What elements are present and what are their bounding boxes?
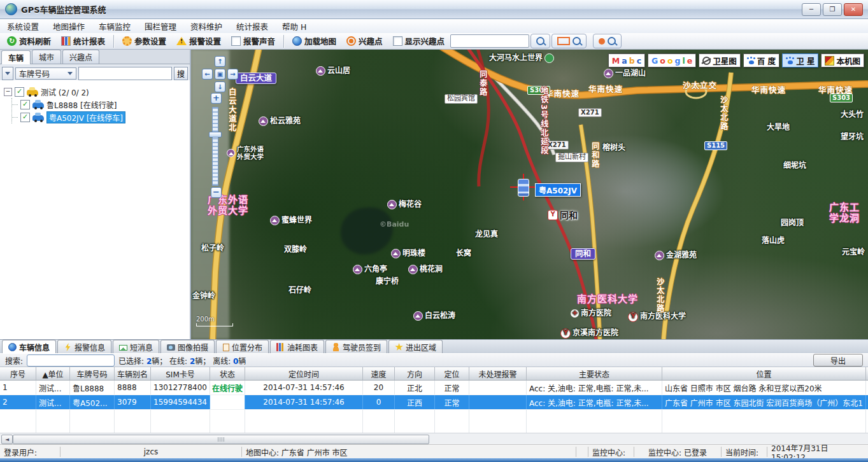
map-provider-button[interactable]: 卫星图 xyxy=(699,53,741,67)
map-label: 一品湖山 xyxy=(604,69,646,78)
pan-up-button[interactable]: ↑ xyxy=(215,56,225,67)
pan-left-button[interactable]: ← xyxy=(202,69,213,80)
table-row[interactable]: 2测试...粤A502...307915994594434在线停车2014-07… xyxy=(0,395,868,410)
alarm-sound-checkbox[interactable] xyxy=(231,36,241,46)
tree-vehicle-row[interactable]: ✓粤A502JV [在线停车] xyxy=(12,111,186,123)
map-center-status: 地图中心: 广东省 广州市 市区 xyxy=(242,447,576,456)
warning-icon xyxy=(176,37,187,45)
menu-item[interactable]: 地图操作 xyxy=(46,19,92,33)
poi-icon xyxy=(270,216,280,225)
minimize-button[interactable]: ─ xyxy=(802,3,821,16)
pan-down-button[interactable]: ↓ xyxy=(215,81,225,92)
bottom-tab[interactable]: 进出区域 xyxy=(388,340,443,354)
left-tab[interactable]: 兴趣点 xyxy=(62,50,99,64)
zoom-slider-handle[interactable] xyxy=(209,132,222,137)
load-map-button[interactable]: 加载地图 xyxy=(288,34,341,48)
map-provider-button[interactable]: 百 度 xyxy=(743,53,779,67)
export-button[interactable]: 导出 xyxy=(813,354,863,367)
menu-item[interactable]: 帮助 H xyxy=(275,19,313,33)
table-cell: 正常 xyxy=(435,381,469,395)
poi-button[interactable]: 兴趣点 xyxy=(342,34,387,48)
horizontal-scrollbar[interactable]: ◄ xyxy=(0,433,868,445)
column-header[interactable]: 车辆别名 xyxy=(115,367,151,380)
column-header[interactable]: SIM卡号 xyxy=(151,367,210,380)
close-button[interactable]: ✕ xyxy=(844,3,863,16)
table-cell: 测试... xyxy=(36,381,70,395)
map-provider-button[interactable]: Mabc xyxy=(608,53,645,67)
map-provider-button[interactable]: 本机图 xyxy=(821,53,864,67)
zoom-out-button[interactable]: − xyxy=(211,187,222,198)
scrollbar-thumb[interactable] xyxy=(13,435,429,444)
params-button[interactable]: 参数设置 xyxy=(118,34,171,48)
column-header[interactable]: ▲单位 xyxy=(36,367,70,380)
show-poi-checkbox[interactable] xyxy=(393,36,402,46)
map-provider-button[interactable]: 卫 星 xyxy=(782,53,818,67)
column-header[interactable]: 车牌号码 xyxy=(70,367,115,380)
table-search-input[interactable] xyxy=(27,354,115,367)
vehicle-label: 鲁L8888 [在线行驶] xyxy=(46,99,117,110)
column-header[interactable]: 定位时间 xyxy=(245,367,363,380)
column-header[interactable]: 速度 xyxy=(363,367,395,380)
left-tab[interactable]: 城市 xyxy=(32,50,61,64)
area-search-button[interactable] xyxy=(551,34,587,48)
search-button[interactable] xyxy=(530,34,550,48)
pan-home-button[interactable]: ▣ xyxy=(215,69,225,80)
vehicle-marker[interactable] xyxy=(517,178,530,197)
alarm-settings-button[interactable]: 报警设置 xyxy=(172,34,225,48)
map-provider-button[interactable]: Google xyxy=(648,53,696,67)
menu-item[interactable]: 车辆监控 xyxy=(92,19,138,33)
doc-icon xyxy=(223,344,229,351)
table-cell: 8888 xyxy=(115,381,151,395)
zoom-in-button[interactable]: + xyxy=(211,93,222,104)
report-button[interactable]: 统计报表 xyxy=(57,34,110,48)
refresh-button[interactable]: ↻ 资料刷新 xyxy=(3,34,55,48)
tree-vehicle-row[interactable]: ✓鲁L8888 [在线行驶] xyxy=(12,98,186,111)
refresh-label: 资料刷新 xyxy=(19,35,51,47)
column-header[interactable]: 状态 xyxy=(210,367,245,380)
map-canvas[interactable]: 白云大道白云大道北云山居大河马水上世界松园宾馆松云雅苑广东外语 外贸大学广东外语… xyxy=(191,50,868,339)
toolbar: ↻ 资料刷新 统计报表 参数设置 报警设置 报警声音 加载地图 兴趣点 显示兴趣… xyxy=(0,33,868,50)
maximize-button[interactable]: ❐ xyxy=(823,3,842,16)
toolbar-search-input[interactable] xyxy=(450,34,529,48)
tree-root-row[interactable]: −✓测试 (2/ 0/ 2) xyxy=(4,85,186,98)
bottom-tab[interactable]: 位置分布 xyxy=(216,340,269,354)
map-label: Y京溪南方医院 xyxy=(560,328,618,339)
magnifier-icon xyxy=(608,37,616,45)
bottom-tab[interactable]: 短消息 xyxy=(113,340,159,354)
bottom-tab[interactable]: 油耗图表 xyxy=(270,340,324,354)
scroll-left-button[interactable]: ◄ xyxy=(1,435,13,444)
menu-item[interactable]: 围栏管理 xyxy=(138,19,183,33)
column-header[interactable]: 方向 xyxy=(395,367,435,380)
poi-search-button[interactable] xyxy=(593,34,622,48)
plate-search-input[interactable] xyxy=(78,67,172,80)
menu-item[interactable]: 系统设置 xyxy=(0,19,46,33)
column-header[interactable]: 主要状态 xyxy=(527,367,662,380)
alarm-sound-toggle[interactable]: 报警声音 xyxy=(227,34,280,48)
map-label: 石仔岭 xyxy=(288,286,311,295)
camera-icon xyxy=(167,344,175,351)
zoom-slider[interactable] xyxy=(212,107,218,186)
menu-item[interactable]: 资料维护 xyxy=(183,19,229,33)
pan-right-button[interactable]: → xyxy=(227,69,238,80)
bottom-tab[interactable]: 报警信息 xyxy=(57,340,111,354)
left-tab[interactable]: 车辆 xyxy=(1,50,31,64)
map-label: 松云雅苑 xyxy=(259,116,301,126)
show-poi-toggle[interactable]: 显示兴趣点 xyxy=(388,34,450,48)
column-header[interactable]: 未处理报警 xyxy=(469,367,527,380)
column-header[interactable]: 位置 xyxy=(662,367,866,380)
table-cell: 在线停车 xyxy=(210,395,245,409)
menu-item[interactable]: 统计报表 xyxy=(229,19,275,33)
column-header[interactable]: 序号 xyxy=(0,367,36,380)
table-row[interactable]: 1测试...鲁L8888888813012778400在线行驶2014-07-3… xyxy=(0,381,868,395)
bottom-tab[interactable]: 车辆信息 xyxy=(2,340,56,354)
column-header[interactable]: 定位 xyxy=(435,367,469,380)
bottom-tab[interactable]: 驾驶员签到 xyxy=(325,340,387,354)
bottom-tab[interactable]: 图像拍摄 xyxy=(160,340,215,354)
filter-dropdown-button[interactable] xyxy=(2,67,13,80)
plate-search-button[interactable]: 搜 xyxy=(174,67,188,80)
bottom-tab-strip: 车辆信息报警信息短消息图像拍摄位置分布油耗图表驾驶员签到进出区域 xyxy=(0,339,868,354)
vehicle-plate-label: 粤A502JV xyxy=(535,183,581,197)
login-user: jzcs xyxy=(60,447,242,456)
search-field-select[interactable]: 车牌号码 xyxy=(15,67,76,80)
map-label: S303 xyxy=(830,94,853,102)
